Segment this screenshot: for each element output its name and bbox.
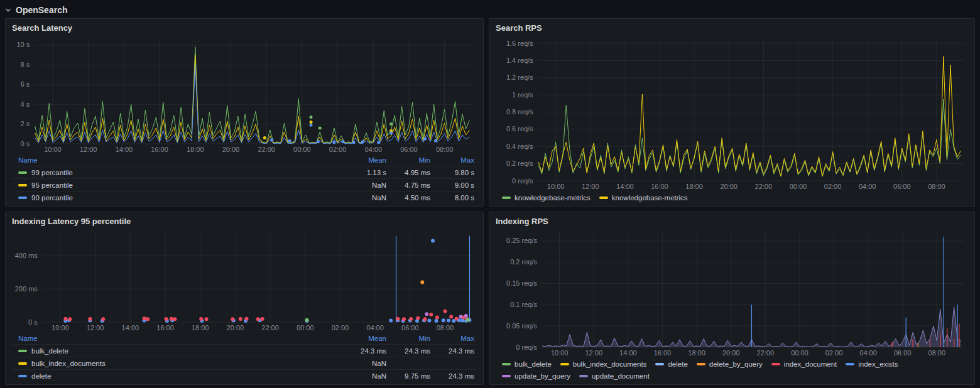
svg-text:1.2 req/s: 1.2 req/s (506, 73, 533, 81)
legend-row: deleteNaN9.75 ms24.3 ms (12, 369, 477, 382)
svg-text:00:00: 00:00 (791, 349, 808, 357)
dashboard-row-header[interactable]: OpenSearch (5, 3, 975, 17)
series-label[interactable]: 95 percantile (31, 181, 73, 189)
panel-title[interactable]: Search Latency (12, 23, 477, 33)
indexing-rps-chart[interactable]: 0 req/s0.05 req/s0.1 req/s0.15 req/s0.2 … (496, 228, 968, 357)
svg-text:10:00: 10:00 (547, 183, 565, 190)
svg-text:04:00: 04:00 (366, 324, 384, 331)
legend-header-stat[interactable]: Min (389, 335, 433, 342)
legend-item[interactable]: delete (655, 359, 687, 369)
legend-item[interactable]: index_exists (846, 359, 898, 369)
legend-item[interactable]: update_by_query (502, 371, 570, 381)
collapse-chevron-icon[interactable] (5, 7, 11, 13)
series-label[interactable]: 99 percantile (31, 169, 73, 176)
legend-header-stat[interactable]: Max (433, 156, 477, 164)
svg-text:0 req/s: 0 req/s (512, 177, 533, 185)
svg-text:02:00: 02:00 (329, 146, 347, 153)
search-latency-chart[interactable]: 0 s2 s4 s6 s8 s10 s10:0012:0014:0016:001… (12, 35, 477, 154)
search-rps-legend: knowledgebase-metricsknowledgebase-metri… (496, 191, 968, 203)
legend-header-stat[interactable]: Mean (345, 156, 389, 164)
legend-header-name[interactable]: Name (12, 335, 345, 342)
svg-text:20:00: 20:00 (722, 349, 740, 357)
indexing-latency-chart[interactable]: 0 s200 ms400 ms10:0012:0014:0016:0018:00… (12, 228, 477, 332)
panel-indexing-rps: Indexing RPS 0 req/s0.05 req/s0.1 req/s0… (489, 212, 975, 385)
legend-header-stat[interactable]: Min (389, 156, 433, 164)
svg-text:22:00: 22:00 (757, 349, 775, 357)
legend-row: bulk_delete24.3 ms24.3 ms24.3 ms (12, 344, 477, 357)
series-color-swatch (18, 375, 27, 377)
legend-header: NameMeanMinMax (12, 154, 477, 166)
svg-text:04:00: 04:00 (859, 349, 877, 357)
panel-title[interactable]: Search RPS (496, 23, 968, 33)
panel-indexing-latency: Indexing Latency 95 percentile 0 s200 ms… (5, 212, 484, 385)
svg-text:00:00: 00:00 (297, 324, 314, 331)
legend-item[interactable]: knowledgebase-metrics (502, 193, 591, 203)
svg-text:10 s: 10 s (16, 41, 30, 48)
stat-max: 8.00 s (433, 194, 477, 202)
svg-text:200 ms: 200 ms (15, 285, 38, 293)
series-label[interactable]: bulk_delete (31, 347, 68, 355)
series-color-swatch (560, 363, 569, 365)
legend-header: NameMeanMinMax (12, 332, 477, 344)
panel-search-latency: Search Latency 0 s2 s4 s6 s8 s10 s10:001… (5, 18, 484, 207)
svg-text:18:00: 18:00 (187, 146, 204, 153)
legend-row: bulk_index_documentsNaN (12, 357, 477, 369)
svg-text:0.2 req/s: 0.2 req/s (506, 159, 533, 167)
svg-text:0 req/s: 0 req/s (516, 343, 537, 351)
svg-text:14:00: 14:00 (619, 349, 637, 357)
svg-text:10:00: 10:00 (44, 146, 62, 153)
legend-header-stat[interactable]: Mean (345, 335, 389, 342)
series-color-swatch (502, 363, 511, 365)
svg-text:04:00: 04:00 (859, 183, 876, 190)
legend-header-name[interactable]: Name (12, 156, 345, 164)
legend-item[interactable]: bulk_delete (502, 359, 552, 369)
svg-text:22:00: 22:00 (755, 183, 773, 190)
svg-text:06:00: 06:00 (401, 324, 419, 331)
svg-text:0.15 req/s: 0.15 req/s (506, 279, 537, 287)
legend-header-stat[interactable]: Max (433, 335, 477, 342)
series-color-swatch (502, 375, 511, 377)
svg-text:18:00: 18:00 (192, 324, 209, 331)
svg-text:00:00: 00:00 (790, 183, 807, 190)
panel-search-rps: Search RPS 0 req/s0.2 req/s0.4 req/s0.6 … (489, 18, 975, 207)
search-rps-chart[interactable]: 0 req/s0.2 req/s0.4 req/s0.6 req/s0.8 re… (496, 35, 968, 191)
series-label[interactable]: bulk_index_documents (31, 360, 106, 367)
legend-item[interactable]: knowledgebase-metrics (599, 193, 688, 203)
legend-item[interactable]: update_document (579, 371, 650, 381)
chart-canvas: 0 req/s0.2 req/s0.4 req/s0.6 req/s0.8 re… (496, 35, 968, 191)
stat-min: 4.95 ms (389, 169, 433, 176)
legend-item[interactable]: index_document (771, 359, 837, 369)
svg-text:8 s: 8 s (21, 61, 30, 68)
svg-text:02:00: 02:00 (332, 324, 349, 331)
svg-text:10:00: 10:00 (52, 324, 69, 331)
svg-text:16:00: 16:00 (151, 146, 168, 153)
svg-text:08:00: 08:00 (928, 349, 946, 357)
svg-text:0.25 req/s: 0.25 req/s (506, 237, 537, 244)
svg-text:22:00: 22:00 (261, 324, 279, 331)
stat-min: 9.75 ms (389, 372, 433, 380)
series-label[interactable]: delete (31, 372, 51, 380)
search-latency-legend-table: NameMeanMinMax99 percantile1.13 s4.95 ms… (12, 154, 477, 203)
svg-text:0.1 req/s: 0.1 req/s (510, 301, 537, 308)
series-label[interactable]: 90 percantile (31, 194, 73, 202)
series-color-swatch (18, 350, 27, 352)
svg-text:0.8 req/s: 0.8 req/s (506, 108, 533, 116)
svg-text:20:00: 20:00 (222, 146, 240, 153)
stat-mean: NaN (345, 194, 389, 202)
legend-item[interactable]: bulk_index_documents (560, 359, 647, 369)
row-title[interactable]: OpenSearch (16, 5, 67, 15)
stat-max: 9.80 s (433, 169, 477, 176)
svg-text:08:00: 08:00 (437, 324, 454, 331)
panel-title[interactable]: Indexing RPS (496, 216, 968, 227)
panel-title[interactable]: Indexing Latency 95 percentile (12, 216, 477, 227)
chart-canvas: 0 req/s0.05 req/s0.1 req/s0.15 req/s0.2 … (496, 228, 968, 357)
series-color-swatch (579, 375, 588, 377)
svg-text:08:00: 08:00 (928, 183, 945, 190)
svg-text:6 s: 6 s (21, 80, 30, 88)
grafana-dashboard: OpenSearch Search Latency 0 s2 s4 s6 s8 … (0, 0, 980, 385)
series-color-swatch (697, 363, 705, 365)
legend-item[interactable]: delete_by_query (697, 359, 763, 369)
svg-text:4 s: 4 s (21, 100, 30, 108)
series-color-swatch (18, 171, 27, 174)
svg-text:1.6 req/s: 1.6 req/s (506, 40, 533, 47)
